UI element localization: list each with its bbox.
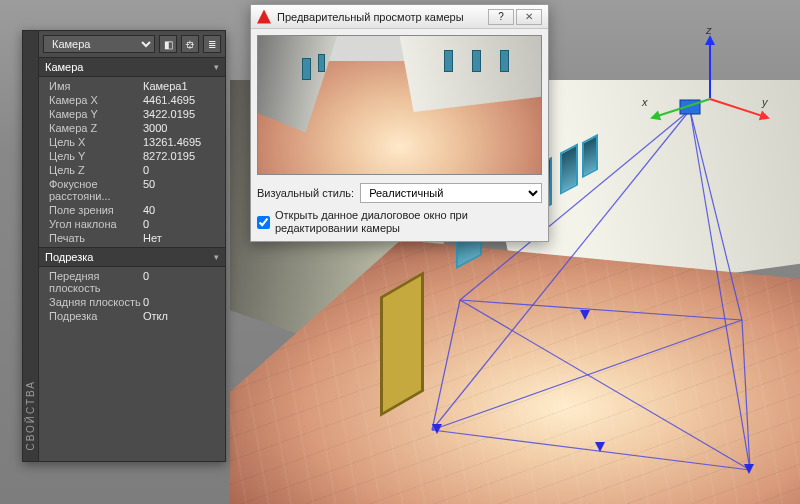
visual-style-label: Визуальный стиль: bbox=[257, 187, 354, 199]
property-value[interactable]: 3000 bbox=[143, 122, 225, 134]
property-key: Печать bbox=[39, 232, 143, 244]
property-value[interactable]: Нет bbox=[143, 232, 225, 244]
properties-header: Камера ◧ ⯐ ≣ bbox=[39, 31, 225, 57]
property-value[interactable]: 0 bbox=[143, 270, 225, 294]
property-key: Камера Z bbox=[39, 122, 143, 134]
help-button[interactable]: ? bbox=[488, 9, 514, 25]
section-clipping-title: Подрезка bbox=[45, 251, 93, 263]
property-row[interactable]: Камера Z3000 bbox=[39, 121, 225, 135]
property-row[interactable]: ПечатьНет bbox=[39, 231, 225, 245]
dialog-title: Предварительный просмотр камеры bbox=[277, 11, 486, 23]
property-key: Имя bbox=[39, 80, 143, 92]
property-key: Цель Y bbox=[39, 150, 143, 162]
property-value[interactable]: 13261.4695 bbox=[143, 136, 225, 148]
property-value[interactable]: 3422.0195 bbox=[143, 108, 225, 120]
view-cube[interactable]: z y x bbox=[650, 18, 770, 138]
door bbox=[380, 271, 424, 416]
property-row[interactable]: Передняя плоскость0 bbox=[39, 269, 225, 295]
property-key: Цель Z bbox=[39, 164, 143, 176]
property-value[interactable]: 0 bbox=[143, 218, 225, 230]
property-key: Угол наклона bbox=[39, 218, 143, 230]
property-value[interactable]: 8272.0195 bbox=[143, 150, 225, 162]
property-row[interactable]: ИмяКамера1 bbox=[39, 79, 225, 93]
visual-style-select[interactable]: Реалистичный bbox=[360, 183, 542, 203]
open-on-edit-label: Открыть данное диалоговое окно при редак… bbox=[275, 209, 542, 235]
camera-preview-dialog[interactable]: Предварительный просмотр камеры ? ✕ Визу… bbox=[250, 4, 549, 242]
property-value[interactable]: Откл bbox=[143, 310, 225, 322]
axis-x-label: x bbox=[642, 96, 648, 108]
camera-preview-viewport[interactable] bbox=[257, 35, 542, 175]
properties-tab[interactable]: СВОЙСТВА bbox=[23, 31, 39, 461]
axis-y-label: y bbox=[762, 96, 768, 108]
object-type-select[interactable]: Камера bbox=[43, 35, 155, 53]
property-key: Камера Y bbox=[39, 108, 143, 120]
close-button[interactable]: ✕ bbox=[516, 9, 542, 25]
property-row[interactable]: Цель X13261.4695 bbox=[39, 135, 225, 149]
property-row[interactable]: Цель Z0 bbox=[39, 163, 225, 177]
property-row[interactable]: Поле зрения40 bbox=[39, 203, 225, 217]
property-key: Камера X bbox=[39, 94, 143, 106]
property-row[interactable]: Цель Y8272.0195 bbox=[39, 149, 225, 163]
dialog-titlebar[interactable]: Предварительный просмотр камеры ? ✕ bbox=[251, 5, 548, 29]
section-clipping-rows: Передняя плоскость0Задняя плоскость0Подр… bbox=[39, 267, 225, 325]
property-row[interactable]: ПодрезкаОткл bbox=[39, 309, 225, 323]
toggle-pim-icon[interactable]: ≣ bbox=[203, 35, 221, 53]
select-objects-icon[interactable]: ⯐ bbox=[181, 35, 199, 53]
section-camera-title: Камера bbox=[45, 61, 83, 73]
property-row[interactable]: Фокусное расстояни...50 bbox=[39, 177, 225, 203]
property-key: Подрезка bbox=[39, 310, 143, 322]
properties-tab-label: СВОЙСТВА bbox=[25, 380, 36, 451]
property-value[interactable]: 0 bbox=[143, 296, 225, 308]
property-key: Поле зрения bbox=[39, 204, 143, 216]
property-key: Передняя плоскость bbox=[39, 270, 143, 294]
open-on-edit-checkbox[interactable] bbox=[257, 216, 270, 229]
quick-select-icon[interactable]: ◧ bbox=[159, 35, 177, 53]
property-key: Задняя плоскость bbox=[39, 296, 143, 308]
property-value[interactable]: 40 bbox=[143, 204, 225, 216]
property-value[interactable]: 4461.4695 bbox=[143, 94, 225, 106]
autocad-logo-icon bbox=[257, 10, 271, 24]
property-row[interactable]: Камера Y3422.0195 bbox=[39, 107, 225, 121]
property-key: Цель X bbox=[39, 136, 143, 148]
property-row[interactable]: Задняя плоскость0 bbox=[39, 295, 225, 309]
property-value[interactable]: 50 bbox=[143, 178, 225, 202]
property-row[interactable]: Угол наклона0 bbox=[39, 217, 225, 231]
axis-z-label: z bbox=[706, 24, 712, 36]
section-clipping-header[interactable]: Подрезка ▾ bbox=[39, 247, 225, 267]
property-value[interactable]: Камера1 bbox=[143, 80, 225, 92]
property-value[interactable]: 0 bbox=[143, 164, 225, 176]
properties-panel[interactable]: СВОЙСТВА Камера ◧ ⯐ ≣ Камера ▾ ИмяКамера… bbox=[22, 30, 226, 462]
property-key: Фокусное расстояни... bbox=[39, 178, 143, 202]
chevron-down-icon: ▾ bbox=[214, 252, 219, 262]
chevron-down-icon: ▾ bbox=[214, 62, 219, 72]
property-row[interactable]: Камера X4461.4695 bbox=[39, 93, 225, 107]
section-camera-header[interactable]: Камера ▾ bbox=[39, 57, 225, 77]
section-camera-rows: ИмяКамера1Камера X4461.4695Камера Y3422.… bbox=[39, 77, 225, 247]
